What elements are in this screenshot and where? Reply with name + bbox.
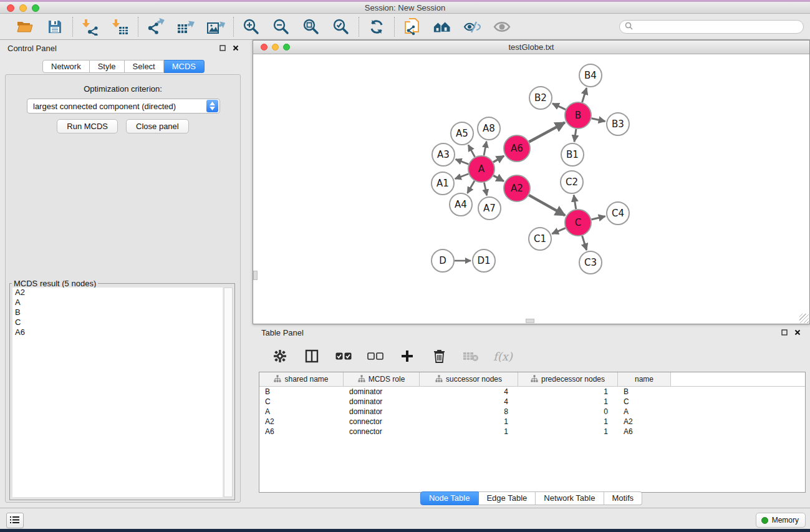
network-node-B4[interactable]: B4 (579, 64, 602, 87)
network-node-A[interactable]: A (468, 156, 494, 182)
add-row-icon[interactable] (398, 347, 417, 365)
edge-A-A3[interactable] (456, 159, 469, 164)
tab-style[interactable]: Style (90, 60, 125, 73)
network-close-button[interactable] (261, 44, 268, 51)
edge-B-B2[interactable] (552, 104, 566, 110)
delete-table-icon[interactable] (461, 347, 480, 365)
network-canvas[interactable]: AA1A2A3A4A5A6A7A8BB1B2B3B4CC1C2C3C4DD1 (253, 54, 809, 324)
close-window-button[interactable] (7, 4, 14, 12)
memory-button[interactable]: Memory (756, 513, 806, 528)
edge-A-A6[interactable] (493, 156, 504, 162)
network-node-C3[interactable]: C3 (579, 251, 602, 274)
edge-A6-B[interactable] (529, 122, 565, 142)
tab-select[interactable]: Select (125, 60, 164, 73)
show-columns-icon[interactable] (302, 347, 321, 365)
network-node-A4[interactable]: A4 (450, 193, 472, 216)
search-input[interactable] (636, 22, 798, 31)
edge-B-B3[interactable] (592, 118, 605, 122)
network-node-B1[interactable]: B1 (561, 143, 584, 166)
open-file-icon[interactable] (16, 17, 34, 36)
close-table-panel-icon[interactable] (794, 329, 801, 336)
column-header-MCDS-role[interactable]: MCDS role (344, 372, 420, 386)
column-header-shared-name[interactable]: shared name (259, 372, 344, 386)
float-table-panel-icon[interactable] (781, 329, 788, 336)
network-node-B3[interactable]: B3 (607, 113, 629, 135)
network-node-A8[interactable]: A8 (478, 117, 500, 140)
show-all-icon[interactable] (493, 17, 511, 36)
new-network-from-selection-icon[interactable] (403, 17, 422, 36)
import-network-icon[interactable] (81, 17, 100, 36)
criterion-dropdown[interactable]: largest connected component (directed) (27, 99, 220, 114)
network-node-D1[interactable]: D1 (473, 249, 495, 272)
network-node-C4[interactable]: C4 (607, 202, 629, 225)
network-horizontal-scrollbar[interactable] (526, 319, 534, 323)
network-node-A6[interactable]: A6 (504, 135, 530, 162)
tab-edge-table[interactable]: Edge Table (478, 491, 536, 505)
function-builder-icon[interactable]: f(x) (493, 350, 513, 363)
network-node-A7[interactable]: A7 (478, 197, 501, 220)
export-network-icon[interactable] (147, 17, 165, 36)
table-row[interactable]: A2connector11A2 (259, 417, 805, 427)
edge-A-A5[interactable] (468, 145, 475, 157)
zoom-window-button[interactable] (32, 4, 39, 12)
close-panel-icon[interactable] (232, 44, 239, 52)
network-node-A5[interactable]: A5 (451, 122, 473, 145)
network-resize-grip[interactable] (799, 314, 809, 323)
edge-A-A1[interactable] (455, 174, 469, 179)
column-header-predecessor-nodes[interactable]: predecessor nodes (518, 372, 618, 386)
zoom-fit-icon[interactable] (302, 17, 321, 36)
zoom-selected-icon[interactable] (332, 17, 350, 36)
edge-A2-C[interactable] (529, 195, 565, 216)
close-panel-button[interactable]: Close panel (126, 119, 189, 133)
tab-network-table[interactable]: Network Table (536, 491, 604, 505)
save-session-icon[interactable] (46, 17, 64, 36)
zoom-out-icon[interactable] (272, 17, 291, 36)
edge-A-A8[interactable] (484, 142, 486, 156)
network-node-C1[interactable]: C1 (529, 228, 551, 250)
tab-node-table[interactable]: Node Table (420, 491, 479, 505)
network-node-B[interactable]: B (565, 102, 591, 128)
deselect-all-icon[interactable] (366, 347, 385, 365)
run-mcds-button[interactable]: Run MCDS (57, 119, 118, 133)
network-node-A2[interactable]: A2 (504, 175, 530, 201)
tab-mcds[interactable]: MCDS (164, 60, 205, 73)
edge-C-C2[interactable] (574, 195, 576, 210)
edge-B-B4[interactable] (582, 88, 587, 102)
network-node-B2[interactable]: B2 (529, 87, 552, 109)
delete-row-icon[interactable] (430, 347, 448, 365)
select-all-icon[interactable] (334, 347, 353, 365)
float-panel-icon[interactable] (219, 44, 226, 52)
edge-A-A4[interactable] (468, 181, 475, 193)
first-neighbors-icon[interactable] (433, 17, 451, 36)
network-node-D[interactable]: D (432, 249, 454, 272)
edge-C-C3[interactable] (582, 236, 587, 250)
minimize-window-button[interactable] (19, 4, 27, 12)
export-table-icon[interactable] (176, 17, 195, 36)
edge-A-A2[interactable] (493, 176, 504, 181)
edge-B-B1[interactable] (574, 129, 576, 142)
network-node-A1[interactable]: A1 (432, 172, 454, 195)
import-table-icon[interactable] (111, 17, 130, 36)
tab-motifs[interactable]: Motifs (604, 491, 642, 505)
export-image-icon[interactable] (206, 17, 225, 36)
network-zoom-button[interactable] (283, 44, 290, 51)
column-header-name[interactable]: name (618, 372, 671, 386)
table-row[interactable]: A6connector11A6 (259, 427, 805, 437)
task-history-button[interactable] (6, 513, 24, 528)
table-row[interactable]: Adominator80A (259, 407, 805, 417)
search-field[interactable] (619, 20, 804, 34)
zoom-in-icon[interactable] (242, 17, 261, 36)
mcds-result-list[interactable]: A2ABCA6 (12, 288, 223, 497)
edge-A-A7[interactable] (484, 183, 486, 196)
table-settings-icon[interactable] (271, 347, 289, 365)
refresh-view-icon[interactable] (367, 17, 386, 36)
network-vertical-scrollbar[interactable] (253, 271, 258, 280)
network-minimize-button[interactable] (272, 44, 279, 51)
network-node-C2[interactable]: C2 (561, 171, 583, 193)
table-row[interactable]: Bdominator41B (259, 387, 805, 397)
network-node-A3[interactable]: A3 (432, 143, 455, 166)
tab-network[interactable]: Network (42, 60, 90, 73)
edge-C-C4[interactable] (591, 216, 605, 220)
hide-selected-icon[interactable] (463, 17, 481, 36)
edge-C-C1[interactable] (552, 228, 566, 234)
